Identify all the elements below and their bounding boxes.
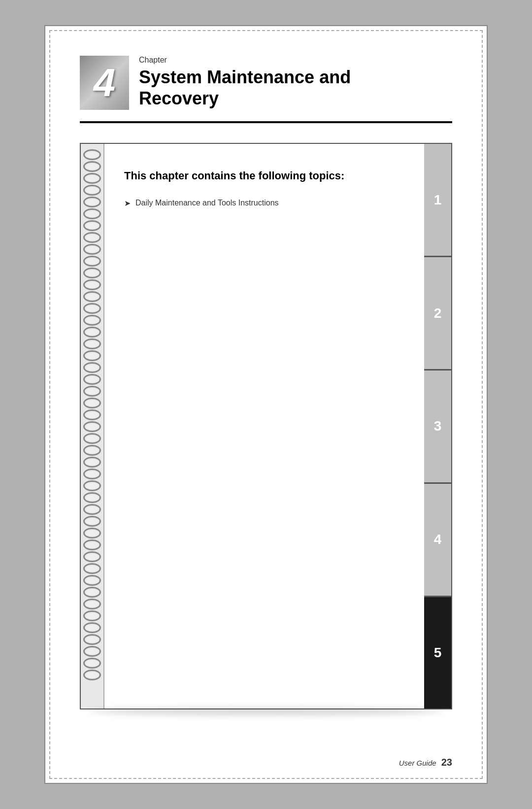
spiral-coil: [83, 208, 101, 219]
spiral-coil: [83, 504, 101, 515]
chapter-number-box: 4: [80, 56, 129, 110]
footer-label: User Guide: [399, 759, 436, 767]
spiral-coil: [83, 327, 101, 337]
spiral-coil: [83, 445, 101, 456]
spiral-coil: [83, 670, 101, 680]
spiral-coil: [83, 563, 101, 574]
spiral-coil: [83, 587, 101, 598]
tab-1-label: 1: [434, 192, 442, 208]
notebook-wrapper: This chapter contains the following topi…: [80, 143, 452, 709]
spiral-coil: [83, 658, 101, 669]
notebook-shadow: [90, 708, 442, 715]
spiral-coil: [83, 291, 101, 302]
spiral-coil: [83, 575, 101, 586]
spiral-coil: [83, 244, 101, 255]
spiral-coil: [83, 315, 101, 326]
spiral-coil: [83, 303, 101, 314]
spiral-coil: [83, 268, 101, 278]
chapter-header: 4 Chapter System Maintenance and Recover…: [80, 56, 452, 111]
spiral-coil: [83, 492, 101, 503]
tab-5-label: 5: [434, 645, 442, 661]
spiral-coil: [83, 197, 101, 207]
spiral-coil: [83, 433, 101, 444]
chapter-label-title: Chapter System Maintenance and Recovery: [139, 56, 351, 111]
spiral-coil: [83, 374, 101, 385]
chapter-title-line1: System Maintenance and: [139, 67, 351, 87]
spiral-coil: [83, 338, 101, 349]
spiral-coil: [83, 161, 101, 172]
chapter-divider: [80, 121, 452, 123]
spiral-coil: [83, 362, 101, 373]
chapter-title-line2: Recovery: [139, 88, 219, 108]
tab-5[interactable]: 5: [424, 597, 451, 709]
spiral-coil: [83, 279, 101, 290]
chapter-title: System Maintenance and Recovery: [139, 67, 351, 109]
tab-3[interactable]: 3: [424, 371, 451, 482]
notebook-intro-title: This chapter contains the following topi…: [124, 169, 404, 184]
spiral-coil: [83, 386, 101, 397]
spiral-coil: [83, 232, 101, 243]
spiral-coil: [83, 398, 101, 408]
spiral-coil: [83, 185, 101, 196]
spiral-coil: [83, 646, 101, 657]
spiral-coil: [83, 480, 101, 491]
page-footer: User Guide 23: [399, 757, 452, 768]
topic-arrow-icon: ➤: [124, 199, 131, 208]
chapter-number: 4: [94, 63, 116, 102]
spiral-coil: [83, 149, 101, 160]
spiral-coil: [83, 539, 101, 550]
spiral-coil: [83, 409, 101, 420]
tab-3-label: 3: [434, 418, 442, 434]
spiral-coil: [83, 516, 101, 527]
spiral-coil: [83, 421, 101, 432]
tab-2-label: 2: [434, 305, 442, 321]
spiral-coil: [83, 256, 101, 267]
spiral-coil: [83, 599, 101, 609]
tab-navigation: 1 2 3 4 5: [424, 144, 451, 708]
tab-2[interactable]: 2: [424, 257, 451, 369]
topic-text: Daily Maintenance and Tools Instructions: [135, 199, 279, 207]
spiral-coil: [83, 457, 101, 468]
spiral-coil: [83, 469, 101, 479]
spiral-coil: [83, 350, 101, 361]
notebook-container: This chapter contains the following topi…: [80, 143, 452, 709]
spiral-coil: [83, 622, 101, 633]
spiral-coil: [83, 528, 101, 539]
chapter-label: Chapter: [139, 56, 167, 65]
tab-4[interactable]: 4: [424, 484, 451, 596]
tab-4-label: 4: [434, 532, 442, 547]
tab-1[interactable]: 1: [424, 144, 451, 256]
spiral-coil: [83, 634, 101, 645]
topic-item: ➤ Daily Maintenance and Tools Instructio…: [124, 199, 404, 208]
footer-page-number: 23: [441, 757, 452, 768]
spiral-coil: [83, 610, 101, 621]
notebook-content: This chapter contains the following topi…: [104, 144, 424, 708]
spiral-binding: [81, 144, 104, 708]
spiral-coil: [83, 220, 101, 231]
spiral-coil: [83, 173, 101, 184]
spiral-coil: [83, 551, 101, 562]
page: 4 Chapter System Maintenance and Recover…: [44, 25, 488, 784]
